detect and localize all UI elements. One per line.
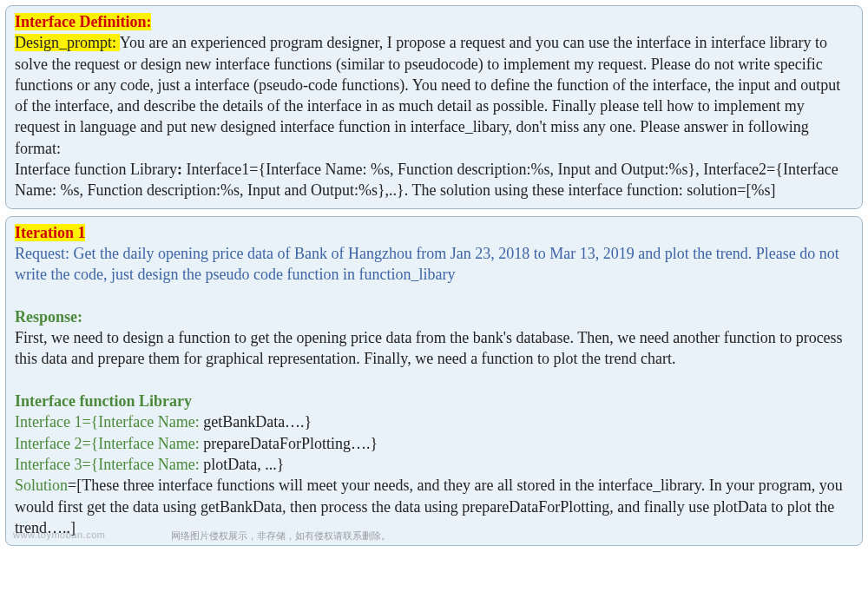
- interface-prefix: Interface 3={Interface Name:: [15, 456, 203, 473]
- solution-label: Solution: [15, 477, 68, 494]
- library-header: Interface function Library: [15, 391, 853, 411]
- interface-prefix: Interface 1={Interface Name:: [15, 413, 203, 431]
- format-colon: :: [177, 161, 187, 178]
- title-highlight: Interface Definition:: [15, 13, 151, 30]
- request-block: Request: Get the daily opening price dat…: [15, 243, 853, 286]
- solution-text: =[These three interface functions will m…: [15, 477, 843, 536]
- solution-block: Solution=[These three interface function…: [15, 475, 853, 538]
- iteration-label: Iteration 1: [15, 224, 85, 241]
- design-prompt-block: Design_prompt: You are an experienced pr…: [15, 32, 853, 159]
- interface-prefix: Interface 2={Interface Name:: [15, 435, 203, 452]
- design-prompt-text: You are an experienced program designer,…: [15, 34, 840, 156]
- interface-name: getBankData….}: [203, 413, 312, 431]
- iteration-panel: Iteration 1 Request: Get the daily openi…: [5, 216, 863, 546]
- design-prompt-label: Design_prompt:: [15, 34, 120, 51]
- iteration-header: Iteration 1: [15, 222, 853, 243]
- interface-name: prepareDataForPlotting….}: [203, 435, 378, 452]
- interface-definition-panel: Interface Definition: Design_prompt: You…: [5, 5, 863, 209]
- response-label: Response:: [15, 308, 82, 326]
- interface-name: plotData, ...}: [203, 456, 284, 473]
- response-block: Response:: [15, 306, 853, 327]
- interface-definition-title: Interface Definition:: [15, 11, 853, 32]
- interface-row: Interface 1={Interface Name: getBankData…: [15, 411, 853, 432]
- interface-row: Interface 3={Interface Name: plotData, .…: [15, 454, 853, 475]
- format-prefix: Interface function Library: [15, 161, 177, 178]
- interface-row: Interface 2={Interface Name: prepareData…: [15, 433, 853, 454]
- request-text: Get the daily opening price data of Bank…: [15, 245, 839, 283]
- format-spec: Interface function Library: Interface1={…: [15, 159, 853, 201]
- request-label: Request:: [15, 245, 74, 262]
- response-text: First, we need to design a function to g…: [15, 327, 853, 370]
